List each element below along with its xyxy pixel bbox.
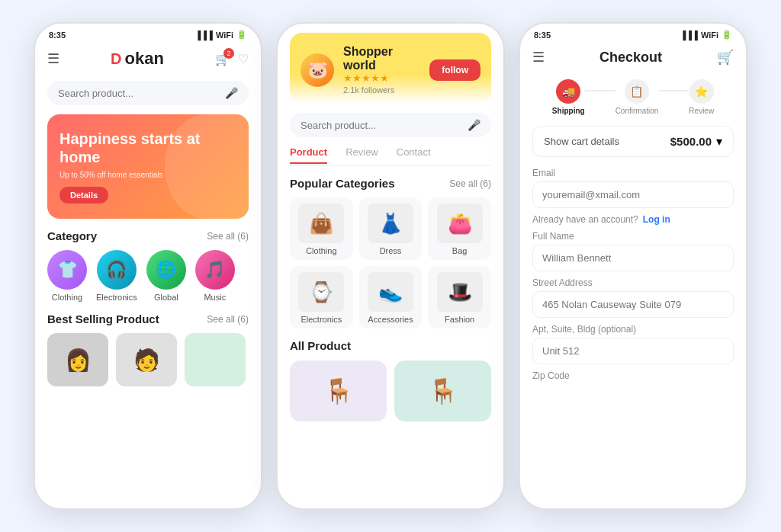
best-selling-header: Best Selling Product See all (6) (47, 312, 249, 325)
shop-header: 🐷 Shopper world ★★★★★ 2.1k followers fol… (290, 33, 491, 104)
stepper-circle-review: ⭐ (689, 79, 714, 104)
best-selling-title: Best Selling Product (47, 312, 159, 325)
logo-icon: D (111, 50, 121, 68)
search-input-1[interactable] (58, 88, 219, 99)
pop-cat-img-fashion: 🎩 (437, 272, 483, 312)
apt-field[interactable] (532, 338, 734, 364)
all-product-card-2[interactable]: 🪑 (394, 361, 491, 421)
popular-categories-header: Popular Categories See all (6) (290, 177, 491, 190)
tab-review[interactable]: Review (346, 146, 378, 164)
pop-cat-img-clothing: 👜 (298, 204, 344, 243)
shop-followers: 2.1k followers (343, 85, 420, 95)
tabs-row: Porduct Review Contact (290, 146, 491, 166)
status-time-1: 8:35 (49, 30, 66, 40)
logo: D okan (111, 49, 164, 69)
fullname-label: Full Name (532, 231, 734, 242)
pop-cat-bag[interactable]: 👛 Bag (428, 197, 491, 260)
search-bar-2[interactable]: 🎤 (290, 113, 491, 137)
product-img-1: 👩 (47, 333, 108, 386)
pop-cat-label-bag: Bag (452, 246, 468, 255)
all-product-title: All Product (290, 339, 351, 352)
pop-cat-label-accessories: Accessories (368, 315, 413, 324)
popular-see-all[interactable]: See all (6) (449, 178, 491, 189)
search-input-2[interactable] (301, 120, 461, 131)
phone-2: 🐷 Shopper world ★★★★★ 2.1k followers fol… (276, 22, 505, 510)
pop-cat-clothing[interactable]: 👜 Clothing (290, 197, 353, 260)
phone-1-content: ☰ D okan 🛒 2 ♡ 🎤 Happiness starts (35, 43, 261, 505)
cart-summary[interactable]: Show cart details $500.00 ▾ (532, 126, 734, 157)
cat-circle-global: 🌐 (146, 250, 186, 290)
cart-icon-wrap[interactable]: 🛒 2 (215, 52, 230, 66)
checkout-cart-icon[interactable]: 🛒 (717, 49, 734, 66)
mic-icon-1[interactable]: 🎤 (225, 87, 238, 99)
email-label: Email (532, 168, 734, 178)
email-field[interactable] (532, 181, 734, 208)
pop-cat-label-fashion: Fashion (445, 315, 474, 324)
zip-label: Zip Code (532, 370, 734, 381)
category-music[interactable]: 🎵 Music (195, 250, 235, 302)
stepper-circle-confirmation: 📋 (625, 79, 649, 104)
cart-summary-price: $500.00 (670, 135, 712, 148)
product-card-2[interactable]: 🧑 (116, 333, 177, 386)
hero-banner: Happiness starts at home Up to 50% off h… (47, 114, 249, 219)
categories-row: 👕 Clothing 🎧 Electronics 🌐 Global 🎵 Musi… (47, 250, 249, 302)
product-card-1[interactable]: 👩 (47, 333, 108, 386)
stepper-shipping: 🚚 Shipping (552, 79, 585, 115)
pop-cat-label-dress: Dress (380, 246, 402, 255)
category-electronics[interactable]: 🎧 Electronics (96, 250, 137, 302)
tab-contact[interactable]: Contact (397, 146, 431, 164)
category-see-all[interactable]: See all (6) (207, 231, 249, 242)
category-clothing[interactable]: 👕 Clothing (47, 250, 87, 302)
best-selling-see-all[interactable]: See all (6) (207, 314, 249, 325)
checkout-nav: ☰ Checkout 🛒 (532, 43, 734, 72)
status-bar-1: 8:35 ▐▐▐ WiFi 🔋 (35, 24, 261, 43)
pop-cat-fashion[interactable]: 🎩 Fashion (428, 266, 491, 328)
form-email-section: Email (532, 168, 734, 208)
pop-cat-electronics[interactable]: ⌚ Electronics (290, 266, 353, 328)
all-product-section: All Product 🪑 🪑 (290, 339, 491, 421)
pop-cat-dress[interactable]: 👗 Dress (359, 197, 423, 260)
status-time-3: 8:35 (534, 30, 551, 40)
login-row: Already have an account? Log in (532, 214, 734, 225)
tab-product[interactable]: Porduct (290, 146, 327, 164)
signal-icon: ▐▐▐ (194, 30, 212, 40)
shop-info: Shopper world ★★★★★ 2.1k followers (343, 45, 420, 95)
stepper-review: ⭐ Review (689, 79, 714, 115)
login-text: Already have an account? (532, 214, 638, 225)
heart-icon[interactable]: ♡ (238, 52, 249, 66)
form-apt-section: Apt, Suite, Bldg (optional) (532, 324, 734, 364)
cat-label-global: Global (154, 293, 178, 302)
status-bar-3: 8:35 ▐▐▐ WiFi 🔋 (520, 24, 746, 43)
pop-cat-label-clothing: Clothing (306, 246, 336, 255)
popular-categories-title: Popular Categories (290, 177, 395, 190)
nav-bar-1: ☰ D okan 🛒 2 ♡ (47, 43, 249, 75)
stepper-confirmation: 📋 Confirmation (615, 79, 659, 115)
shop-stars: ★★★★★ (343, 72, 420, 84)
login-link[interactable]: Log in (643, 214, 670, 225)
logo-text: okan (125, 49, 164, 69)
follow-button[interactable]: follow (429, 59, 480, 81)
hamburger-menu[interactable]: ☰ (47, 50, 59, 67)
chevron-down-icon: ▾ (716, 134, 722, 149)
popular-categories-grid: 👜 Clothing 👗 Dress 👛 Bag ⌚ Electronics 👟 (290, 197, 491, 328)
form-zip-section: Zip Code (532, 370, 734, 381)
checkout-title: Checkout (599, 50, 662, 66)
stepper-label-shipping: Shipping (552, 107, 585, 115)
search-bar-1[interactable]: 🎤 (47, 81, 249, 105)
category-global[interactable]: 🌐 Global (146, 250, 186, 302)
hero-details-button[interactable]: Details (59, 187, 108, 204)
cat-circle-music: 🎵 (195, 250, 235, 290)
all-product-card-1[interactable]: 🪑 (290, 361, 387, 421)
fullname-field[interactable] (532, 245, 734, 271)
stepper-label-review: Review (689, 107, 714, 115)
best-selling-products: 👩 🧑 (47, 333, 249, 386)
mic-icon-2[interactable]: 🎤 (468, 119, 480, 131)
pop-cat-accessories[interactable]: 👟 Accessories (359, 266, 423, 328)
product-card-3[interactable] (185, 333, 246, 386)
phone-3-content: ☰ Checkout 🛒 🚚 Shipping 📋 Confirmation ⭐… (520, 43, 746, 505)
checkout-hamburger[interactable]: ☰ (532, 49, 545, 66)
street-field[interactable] (532, 291, 734, 318)
battery-icon-3: 🔋 (722, 30, 732, 40)
cat-circle-clothing: 👕 (47, 250, 87, 290)
wifi-icon-3: WiFi (701, 30, 718, 40)
